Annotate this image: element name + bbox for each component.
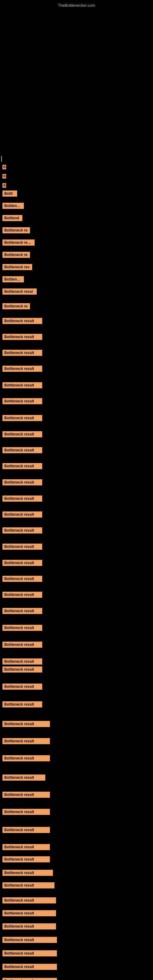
result-row-43: Bottleneck result — [1, 978, 57, 980]
result-row-20: Bottleneck result — [1, 625, 42, 632]
result-row-1: Bottleneck result — [1, 318, 42, 325]
result-row-6: Bottleneck result — [1, 398, 42, 406]
result-row-26: Bottleneck result — [1, 721, 50, 728]
bar-bottleneck-re-2: Bottleneck re — [1, 252, 30, 259]
result-row-39: Bottleneck result — [1, 923, 56, 931]
result-row-17: Bottleneck result — [1, 576, 42, 583]
result-row-28: Bottleneck result — [1, 755, 50, 762]
result-row-41: Bottleneck result — [1, 950, 57, 958]
bar-bottleneck-re-1: Bottleneck re — [1, 227, 30, 235]
result-row-27: Bottleneck result — [1, 738, 50, 745]
chart-area — [0, 9, 153, 159]
result-row-37: Bottleneck result — [1, 897, 56, 905]
result-row-24: Bottleneck result — [1, 684, 42, 691]
result-row-25: Bottleneck result — [1, 701, 42, 709]
result-row-30: Bottleneck result — [1, 792, 50, 799]
result-row-10: Bottleneck result — [1, 463, 42, 470]
result-row-7: Bottleneck result — [1, 415, 42, 422]
result-row-13: Bottleneck result — [1, 511, 42, 519]
result-row-15: Bottleneck result — [1, 544, 42, 551]
result-row-29: Bottleneck result — [1, 775, 45, 782]
result-row-2: Bottleneck result — [1, 334, 42, 341]
result-row-21: Bottleneck result — [1, 641, 42, 649]
vertical-indicator — [1, 156, 2, 162]
result-row-18: Bottleneck result — [1, 592, 42, 599]
result-row-35: Bottleneck result — [1, 870, 53, 877]
result-row-8: Bottleneck result — [1, 431, 42, 439]
bar-bottleneck-re-3: Bottleneck re — [1, 303, 30, 310]
small-bar-2: B — [1, 174, 6, 180]
result-row-23: Bottleneck result — [1, 667, 42, 674]
result-row-33: Bottleneck result — [1, 844, 50, 851]
result-row-4: Bottleneck result — [1, 366, 42, 373]
bar-bottleneck-resul-1: Bottleneck resul — [1, 240, 35, 247]
bar-bottleneck-result-1: Bottleneck resul — [1, 288, 37, 296]
result-row-11: Bottleneck result — [1, 479, 42, 487]
result-row-36: Bottleneck result — [1, 882, 54, 890]
bar-bottleneck-2: Bottleneck — [1, 276, 24, 283]
bar-bottleneck-res-1: Bottleneck res — [1, 264, 32, 271]
result-row-16: Bottleneck result — [1, 560, 42, 567]
result-row-40: Bottleneck result — [1, 937, 57, 944]
small-bar-1: B — [1, 165, 6, 170]
bar-bottl-1: Bottl — [1, 191, 17, 198]
result-row-38: Bottleneck result — [1, 910, 56, 918]
result-row-32: Bottleneck result — [1, 827, 50, 834]
result-row-9: Bottleneck result — [1, 447, 42, 455]
small-bar-3: B — [1, 183, 6, 189]
result-row-42: Bottleneck result — [1, 964, 57, 971]
result-row-19: Bottleneck result — [1, 608, 42, 615]
result-row-12: Bottleneck result — [1, 495, 42, 503]
site-title: TheBottlenecker.com — [0, 0, 153, 9]
bar-bottleneck-1: Bottleneck — [1, 203, 24, 210]
result-row-22: Bottleneck result — [1, 659, 42, 666]
result-row-14: Bottleneck result — [1, 527, 42, 535]
page-container: TheBottlenecker.com B B B Bottl Bottlene… — [0, 0, 153, 980]
result-row-5: Bottleneck result — [1, 382, 42, 390]
result-row-3: Bottleneck result — [1, 350, 42, 357]
result-row-34: Bottleneck result — [1, 856, 50, 864]
result-row-31: Bottleneck result — [1, 809, 50, 816]
bar-bottlend-1: Bottlend — [1, 215, 22, 222]
